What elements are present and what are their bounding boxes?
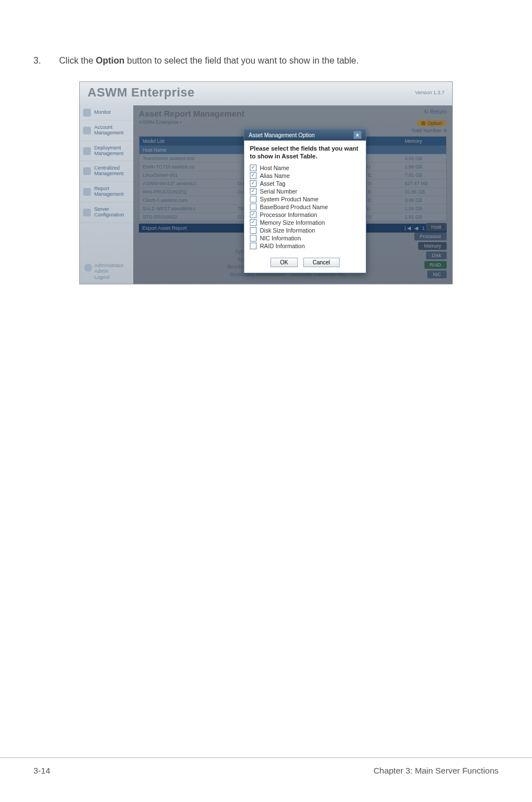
checkbox-icon[interactable]: ✓	[250, 180, 257, 187]
checkbox-label: Alias Name	[260, 172, 290, 179]
checkbox-label: Disk Size Information	[260, 227, 315, 234]
sidebar-item-account[interactable]: Account Management	[80, 120, 133, 141]
admin-block: Administrator Admin Logout	[83, 263, 124, 281]
option-checkbox-row[interactable]: ✓Alias Name	[250, 172, 360, 180]
checkbox-icon[interactable]: ✓	[250, 172, 257, 179]
asset-option-dialog: Asset Management Option × Please select …	[244, 129, 366, 273]
checkbox-label: RAID Information	[260, 243, 305, 249]
logout-link[interactable]: Logout	[94, 274, 124, 281]
instruction-number: 3.	[33, 56, 43, 66]
checkbox-label: BaseBoard Product Name	[260, 204, 328, 210]
checkbox-icon[interactable]: ✓	[250, 188, 257, 195]
page-number: 3-14	[33, 766, 50, 775]
option-checkbox-row[interactable]: Disk Size Information	[250, 226, 360, 234]
checkbox-icon[interactable]	[250, 204, 257, 210]
app-version: Version 1.3.7	[415, 90, 444, 95]
sidebar-item-deployment[interactable]: Deployment Management	[80, 141, 133, 162]
instruction-step: 3. Click the Option button to select the…	[33, 56, 499, 66]
option-checkbox-row[interactable]: ✓Asset Tag	[250, 180, 360, 187]
cancel-button[interactable]: Cancel	[303, 258, 340, 267]
page-footer: 3-14 Chapter 3: Main Server Functions	[0, 757, 532, 775]
checkbox-label: NIC Information	[260, 235, 301, 241]
checkbox-label: Asset Tag	[260, 180, 286, 187]
dialog-titlebar: Asset Management Option ×	[244, 129, 366, 141]
checkbox-icon[interactable]	[250, 196, 257, 202]
checkbox-label: Memory Size Information	[260, 219, 325, 226]
checkbox-icon[interactable]	[250, 235, 257, 241]
option-checkbox-row[interactable]: RAID Information	[250, 242, 360, 250]
checkbox-label: Host Name	[260, 165, 289, 171]
option-checkbox-row[interactable]: ✓Memory Size Information	[250, 219, 360, 226]
instruction-text: Click the Option button to select the fi…	[59, 56, 359, 66]
ok-button[interactable]: OK	[270, 258, 297, 267]
sidebar-item-server-config[interactable]: Server Configuration	[80, 202, 133, 223]
app-header: ASWM Enterprise Version 1.3.7	[80, 82, 452, 105]
dialog-title: Asset Management Option	[249, 132, 315, 138]
checkbox-label: Processor Information	[260, 211, 317, 218]
checkbox-icon[interactable]: ✓	[250, 165, 257, 171]
option-checkbox-row[interactable]: System Product Name	[250, 195, 360, 203]
dialog-prompt: Please select the fields that you want t…	[250, 145, 360, 161]
sidebar-item-centralized[interactable]: Centralized Management	[80, 161, 133, 182]
checkbox-icon[interactable]	[250, 227, 257, 234]
option-checkbox-row[interactable]: NIC Information	[250, 234, 360, 242]
option-checkbox-row[interactable]: ✓Processor Information	[250, 211, 360, 219]
close-icon[interactable]: ×	[354, 131, 361, 139]
sidebar: Monitor Account Management Deployment Ma…	[80, 105, 133, 284]
screenshot: ASWM Enterprise Version 1.3.7 Monitor Ac…	[79, 81, 453, 284]
option-checkbox-row[interactable]: BaseBoard Product Name	[250, 203, 360, 211]
checkbox-icon[interactable]	[250, 243, 257, 249]
checkbox-label: Serial Number	[260, 188, 297, 195]
checkbox-label: System Product Name	[260, 196, 318, 202]
option-checkbox-row[interactable]: ✓Serial Number	[250, 187, 360, 195]
checkbox-icon[interactable]: ✓	[250, 211, 257, 218]
content-area: Asset Report Management ↻ Return ASWM En…	[133, 105, 452, 284]
option-checkbox-row[interactable]: ✓Host Name	[250, 164, 360, 172]
chapter-title: Chapter 3: Main Server Functions	[374, 766, 499, 775]
app-brand: ASWM Enterprise	[88, 85, 195, 100]
checkbox-icon[interactable]: ✓	[250, 219, 257, 226]
sidebar-item-monitor[interactable]: Monitor	[80, 105, 133, 120]
sidebar-item-report[interactable]: Report Management	[80, 182, 133, 202]
